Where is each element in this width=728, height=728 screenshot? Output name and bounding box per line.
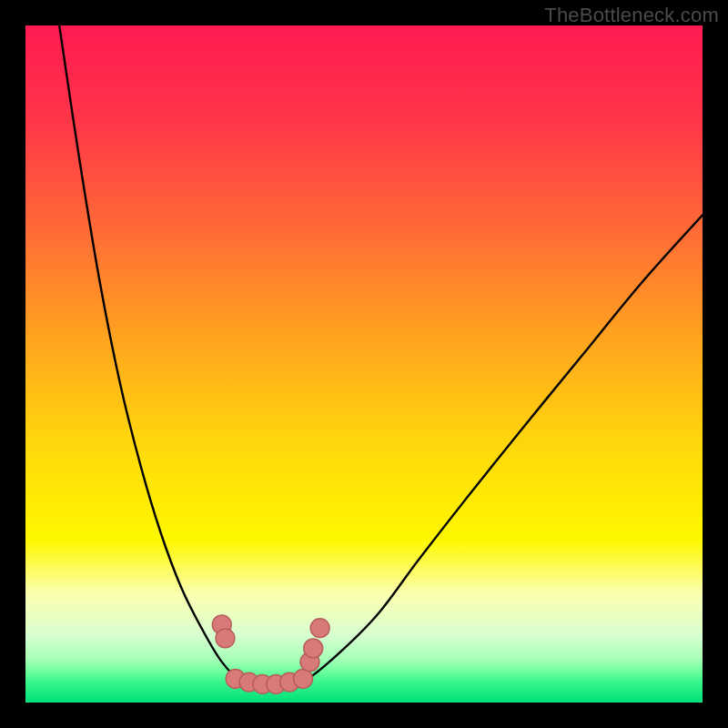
- curve-marker: [304, 639, 323, 658]
- curve-marker: [294, 670, 313, 689]
- curve-marker: [216, 629, 235, 648]
- chart-frame: TheBottleneck.com: [0, 0, 728, 728]
- chart-background-gradient: [25, 25, 703, 703]
- chart-plot-area: [25, 25, 703, 703]
- chart-svg: [25, 25, 703, 703]
- watermark-text: TheBottleneck.com: [544, 4, 719, 27]
- curve-marker: [310, 619, 329, 638]
